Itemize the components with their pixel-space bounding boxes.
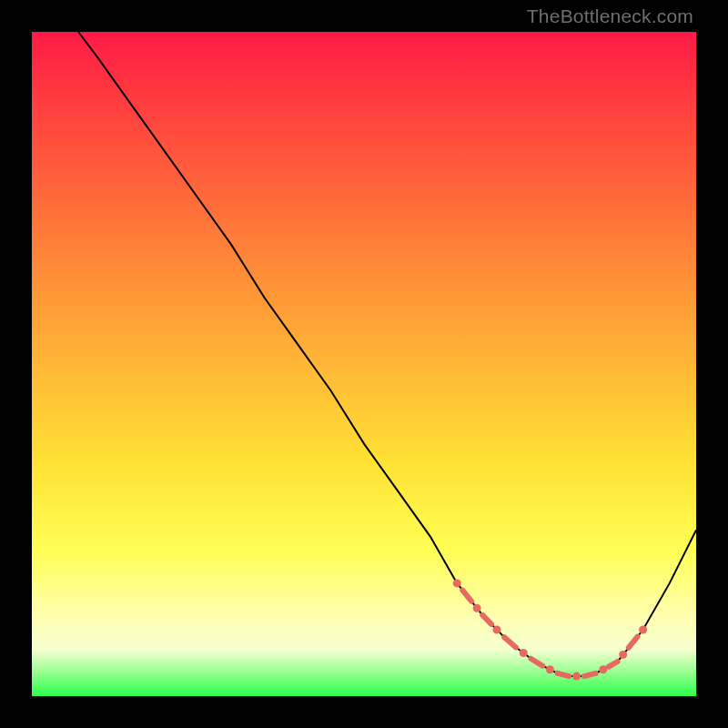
optimal-marker-dot (453, 579, 461, 587)
chart-frame: TheBottleneck.com (0, 0, 728, 728)
optimal-zone-markers (453, 579, 647, 680)
optimal-marker-dot (639, 626, 647, 634)
watermark-text: TheBottleneck.com (527, 5, 693, 27)
optimal-marker-dash (482, 615, 491, 624)
plot-area (32, 32, 696, 696)
optimal-marker-dot (546, 665, 554, 673)
bottleneck-curve (78, 32, 696, 676)
optimal-marker-dot (572, 672, 581, 681)
optimal-marker-dash (629, 637, 638, 648)
curve-svg (32, 32, 696, 696)
optimal-marker-dash (609, 662, 618, 667)
optimal-marker-dot (619, 651, 627, 659)
optimal-marker-dot (520, 649, 528, 657)
optimal-marker-dash (584, 673, 596, 676)
optimal-marker-dash (462, 591, 471, 602)
optimal-marker-dot (473, 604, 481, 612)
optimal-marker-dash (504, 637, 516, 647)
optimal-marker-dash (558, 673, 570, 676)
optimal-marker-dash (531, 659, 542, 666)
optimal-marker-dot (493, 626, 501, 634)
